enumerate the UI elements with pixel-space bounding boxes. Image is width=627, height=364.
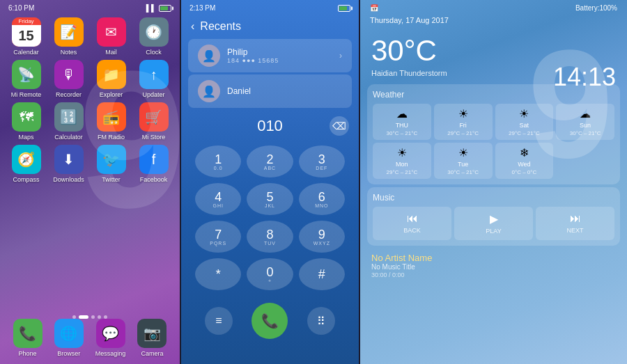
- menu-button[interactable]: ≡: [205, 307, 233, 335]
- dial-number: 010: [217, 117, 323, 135]
- key-btn-*[interactable]: *: [195, 258, 241, 290]
- app-label-mistore: Mi Store: [142, 134, 166, 141]
- app-item-downloads[interactable]: ⬇Downloads: [49, 145, 88, 183]
- back-button[interactable]: ‹: [191, 20, 194, 33]
- battery-icon-2: [338, 5, 350, 12]
- weather-icon-1: ☀: [458, 107, 468, 120]
- app-label-twitter: Twitter: [102, 176, 121, 183]
- dock-item-messaging[interactable]: 💬Messaging: [95, 319, 126, 357]
- app-label-clock: Clock: [146, 49, 162, 56]
- weather-cell-sun: ☁ Sun 30°C – 21°C: [556, 104, 614, 140]
- key-btn-6[interactable]: 6MNO: [299, 183, 345, 215]
- app-icon-calculator: 🔢: [54, 102, 84, 132]
- app-item-maps[interactable]: 🗺Maps: [7, 102, 45, 141]
- contact-row-daniel[interactable]: 👤 Daniel: [188, 74, 352, 108]
- app-icon-maps: 🗺: [12, 102, 41, 132]
- app-item-mail[interactable]: ✉Mail: [92, 17, 130, 56]
- key-main-8: 9: [318, 228, 325, 241]
- music-btn-play[interactable]: ▶ PLAY: [454, 207, 533, 240]
- app-item-mistore[interactable]: 🛒Mi Store: [134, 102, 173, 141]
- key-btn-2[interactable]: 2ABC: [247, 145, 293, 177]
- app-item-recorder[interactable]: 🎙Recorder: [49, 60, 88, 98]
- call-button[interactable]: 📞: [251, 303, 288, 339]
- key-btn-8[interactable]: 8TUV: [247, 221, 293, 253]
- app-label-updater: Updater: [142, 91, 164, 98]
- key-btn-1[interactable]: 10.0: [195, 145, 241, 177]
- app-item-calendar[interactable]: Friday15Calendar: [7, 17, 45, 56]
- dial-display: 010 ⌫: [181, 111, 359, 141]
- key-main-10: 0: [266, 266, 273, 278]
- key-main-6: 7: [215, 228, 222, 241]
- dialer-bottom: ≡ 📞 ⠿: [181, 297, 359, 345]
- app-item-calculator[interactable]: 🔢Calculator: [49, 102, 88, 141]
- contact-info-philip: Philip 184 ●●● 15685: [227, 47, 332, 64]
- app-item-updater[interactable]: ↑Updater: [134, 60, 173, 98]
- app-icon-miremote: 📡: [12, 60, 41, 89]
- battery-text-3: Battery:100%: [575, 4, 617, 12]
- app-item-facebook[interactable]: fFacebook: [134, 145, 173, 183]
- key-btn-5[interactable]: 5JKL: [247, 183, 293, 215]
- app-item-miremote[interactable]: 📡Mi Remote: [7, 60, 45, 98]
- recents-title: Recents: [200, 20, 241, 33]
- key-sub-6: PQRS: [210, 241, 226, 246]
- dock-label-browser: Browser: [57, 350, 80, 357]
- key-main-4: 5: [266, 191, 273, 203]
- weather-temp-5: 30°C – 21°C: [447, 169, 479, 175]
- key-btn-0[interactable]: 0+: [247, 258, 293, 290]
- app-item-notes[interactable]: 📝Notes: [49, 17, 88, 56]
- app-label-facebook: Facebook: [140, 176, 168, 183]
- dock: 📞Phone🌐Browser💬Messaging📷Camera: [0, 319, 180, 357]
- music-btn-back[interactable]: ⏮ BACK: [373, 207, 451, 240]
- weather-day-6: Wed: [518, 161, 530, 168]
- weather-temp-3: 30°C – 21°C: [570, 130, 601, 136]
- weather-temp-4: 29°C – 21°C: [387, 169, 418, 175]
- music-progress: 30:00 / 0:00: [371, 271, 616, 278]
- weather-temp-0: 30°C – 21°C: [387, 130, 418, 136]
- dock-icon-camera: 📷: [137, 319, 167, 348]
- app-grid: Friday15Calendar📝Notes✉Mail🕐Clock📡Mi Rem…: [0, 15, 180, 186]
- weather-temp-6: 0°C – 0°C: [512, 169, 537, 175]
- chevron-icon-philip: ›: [339, 51, 342, 61]
- app-label-downloads: Downloads: [53, 176, 84, 183]
- dock-label-messaging: Messaging: [95, 350, 126, 357]
- key-main-3: 4: [215, 191, 222, 203]
- contact-row-philip[interactable]: 👤 Philip 184 ●●● 15685 ›: [188, 39, 352, 72]
- key-sub-3: GHI: [212, 203, 223, 208]
- key-btn-#[interactable]: #: [299, 258, 345, 290]
- app-item-clock[interactable]: 🕐Clock: [134, 17, 173, 56]
- app-item-explorer[interactable]: 📁Explorer: [92, 60, 130, 98]
- app-item-compass[interactable]: 🧭Compass: [7, 145, 45, 183]
- key-btn-9[interactable]: 9WXYZ: [299, 221, 345, 253]
- dock-item-browser[interactable]: 🌐Browser: [54, 319, 84, 357]
- app-icon-radio: 📻: [97, 102, 126, 132]
- time-display: 14:13: [553, 63, 616, 92]
- key-btn-7[interactable]: 7PQRS: [195, 221, 241, 253]
- music-controls: ⏮ BACK ▶ PLAY ⏭ NEXT: [373, 207, 614, 240]
- weather-icon-5: ☀: [458, 146, 468, 159]
- app-icon-clock: 🕐: [139, 17, 169, 47]
- key-main-11: #: [318, 268, 325, 280]
- music-icon-0: ⏮: [407, 212, 418, 225]
- weather-temp-2: 29°C – 21°C: [509, 130, 540, 136]
- app-icon-mail: ✉: [97, 17, 126, 47]
- weather-icon-6: ❄: [520, 146, 529, 159]
- music-section-title: Music: [373, 193, 614, 203]
- key-btn-4[interactable]: 4GHI: [195, 183, 241, 215]
- app-icon-twitter: 🐦: [97, 145, 126, 174]
- grid-button[interactable]: ⠿: [307, 307, 335, 335]
- dock-item-phone[interactable]: 📞Phone: [13, 319, 42, 357]
- app-icon-calendar: Friday15: [12, 17, 41, 47]
- dock-item-camera[interactable]: 📷Camera: [137, 319, 167, 357]
- status-bar-3: 📅 Battery:100%: [360, 0, 627, 13]
- app-icon-compass: 🧭: [12, 145, 41, 174]
- weather-icon-0: ☁: [396, 107, 408, 120]
- app-item-twitter[interactable]: 🐦Twitter: [92, 145, 130, 183]
- music-btn-next[interactable]: ⏭ NEXT: [536, 207, 614, 240]
- key-sub-5: MNO: [315, 203, 328, 208]
- dock-icon-browser: 🌐: [54, 319, 84, 348]
- app-item-radio[interactable]: 📻FM Radio: [92, 102, 130, 141]
- keypad: 10.02ABC3DEF4GHI5JKL6MNO7PQRS8TUV9WXYZ*0…: [181, 141, 359, 294]
- artist-name: No Artist Name: [371, 253, 616, 263]
- key-btn-3[interactable]: 3DEF: [299, 145, 345, 177]
- backspace-button[interactable]: ⌫: [330, 116, 349, 136]
